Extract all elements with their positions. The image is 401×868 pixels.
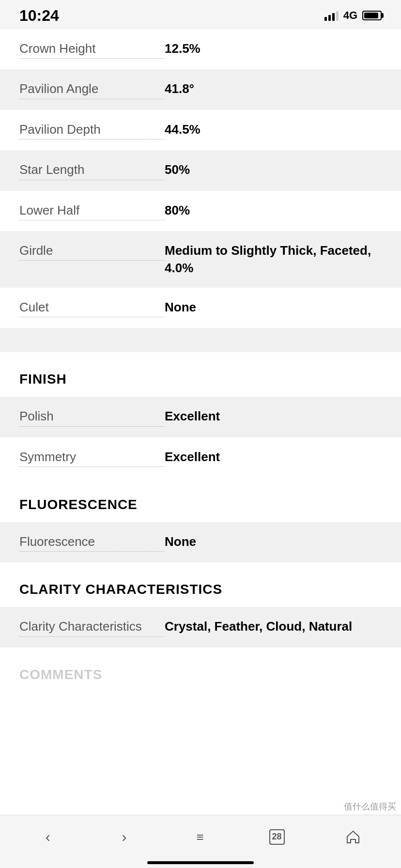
- clarity-title: CLARITY CHARACTERISTICS: [19, 582, 222, 597]
- home-icon: [345, 829, 361, 845]
- home-button[interactable]: [329, 820, 377, 854]
- back-icon: ‹: [46, 830, 50, 844]
- pavilion-angle-value: 41.8°: [165, 80, 382, 97]
- tabs-count: 28: [272, 832, 282, 842]
- finish-section-header: FINISH: [0, 352, 401, 397]
- menu-icon: ≡: [196, 831, 204, 843]
- table-row: Fluorescence None: [0, 522, 401, 562]
- fluorescence-label: Fluorescence: [19, 533, 165, 552]
- crown-height-value: 12.5%: [165, 40, 382, 57]
- table-row: Polish Excellent: [0, 397, 401, 437]
- fluorescence-section: Fluorescence None: [0, 522, 401, 562]
- pavilion-depth-value: 44.5%: [165, 121, 382, 138]
- main-content: Crown Height 12.5% Pavilion Angle 41.8° …: [0, 29, 401, 750]
- comments-title: COMMENTS: [19, 667, 102, 682]
- spacer: [0, 328, 401, 352]
- table-row: Star Length 50%: [0, 150, 401, 190]
- girdle-label: Girdle: [19, 242, 165, 261]
- battery-icon: [362, 11, 382, 20]
- clarity-section-header: CLARITY CHARACTERISTICS: [0, 562, 401, 607]
- clarity-characteristics-label: Clarity Characteristics: [19, 618, 165, 636]
- menu-button[interactable]: ≡: [176, 820, 225, 854]
- symmetry-value: Excellent: [165, 448, 382, 465]
- fluorescence-title: FLUORESCENCE: [19, 497, 138, 512]
- fluorescence-value: None: [165, 533, 382, 550]
- bottom-nav: ‹ › ≡ 28: [0, 815, 401, 868]
- polish-value: Excellent: [165, 407, 382, 425]
- measurements-section: Crown Height 12.5% Pavilion Angle 41.8° …: [0, 29, 401, 352]
- status-bar: 10:24 4G: [0, 0, 401, 29]
- watermark: 值什么值得买: [344, 801, 396, 812]
- tabs-button[interactable]: 28: [253, 820, 301, 854]
- finish-section: Polish Excellent Symmetry Excellent: [0, 397, 401, 478]
- crown-height-label: Crown Height: [19, 40, 165, 59]
- fluorescence-section-header: FLUORESCENCE: [0, 478, 401, 522]
- table-row: Lower Half 80%: [0, 191, 401, 231]
- comments-section-header: COMMENTS: [0, 648, 401, 687]
- clarity-section: Clarity Characteristics Crystal, Feather…: [0, 607, 401, 647]
- lower-half-value: 80%: [165, 202, 382, 219]
- back-button[interactable]: ‹: [24, 820, 72, 854]
- star-length-label: Star Length: [19, 161, 165, 180]
- table-row: Pavilion Angle 41.8°: [0, 69, 401, 109]
- home-indicator: [147, 861, 254, 864]
- culet-label: Culet: [19, 298, 165, 317]
- girdle-value: Medium to Slightly Thick, Faceted, 4.0%: [165, 242, 382, 277]
- forward-icon: ›: [122, 830, 126, 844]
- pavilion-depth-label: Pavilion Depth: [19, 121, 165, 140]
- status-icons: 4G: [324, 9, 382, 22]
- symmetry-label: Symmetry: [19, 448, 165, 467]
- table-row: Clarity Characteristics Crystal, Feather…: [0, 607, 401, 647]
- finish-title: FINISH: [19, 372, 67, 387]
- clarity-characteristics-value: Crystal, Feather, Cloud, Natural: [165, 618, 382, 635]
- table-row: Symmetry Excellent: [0, 437, 401, 478]
- pavilion-angle-label: Pavilion Angle: [19, 80, 165, 99]
- polish-label: Polish: [19, 407, 165, 426]
- table-row: Girdle Medium to Slightly Thick, Faceted…: [0, 231, 401, 288]
- star-length-value: 50%: [165, 161, 382, 178]
- table-row: Pavilion Depth 44.5%: [0, 110, 401, 150]
- forward-button[interactable]: ›: [100, 820, 148, 854]
- table-row: Culet None: [0, 288, 401, 328]
- status-time: 10:24: [19, 7, 59, 25]
- lower-half-label: Lower Half: [19, 202, 165, 220]
- network-label: 4G: [343, 9, 357, 22]
- signal-icon: [324, 10, 339, 21]
- table-row: Crown Height 12.5%: [0, 29, 401, 69]
- culet-value: None: [165, 298, 382, 316]
